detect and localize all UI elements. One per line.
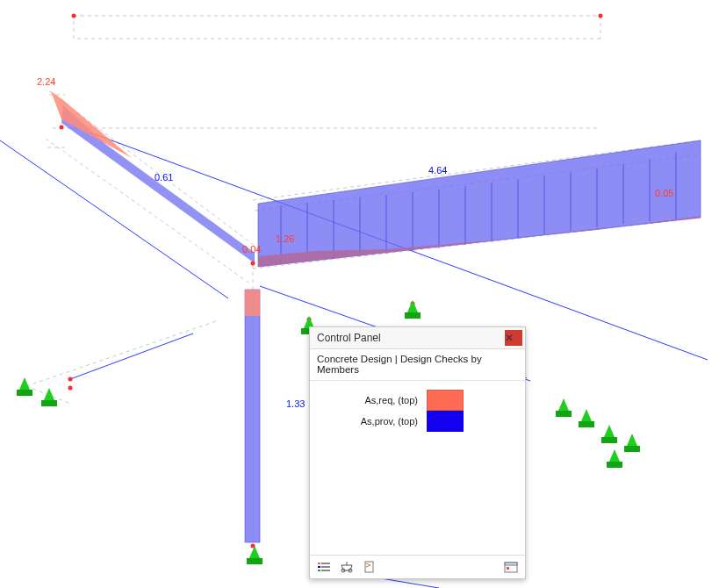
legend-label-prov: As,prov, (top) [361,416,418,427]
svg-marker-6 [258,140,701,267]
svg-marker-51 [604,425,615,437]
calendar-button[interactable] [500,557,521,577]
legend-row-req: As,req, (top) [319,390,516,411]
legend-row-prov: As,prov, (top) [319,411,516,432]
support [17,377,32,396]
support [405,300,421,319]
legend-label-req: As,req, (top) [364,395,418,405]
report-button[interactable] [359,557,380,577]
scale-button[interactable] [336,557,357,577]
svg-rect-40 [41,400,57,406]
svg-rect-38 [17,390,32,396]
panel-toolbar [310,555,525,578]
close-icon: ✕ [505,333,522,343]
svg-point-28 [72,14,76,18]
svg-marker-25 [51,91,132,158]
support [556,398,572,417]
svg-point-31 [251,262,255,266]
svg-marker-43 [407,300,418,312]
list-icon [318,562,330,572]
svg-marker-47 [558,398,569,411]
support [579,409,594,427]
control-panel[interactable]: Control Panel ✕ Concrete Design | Design… [309,326,526,579]
list-view-button[interactable] [313,557,334,577]
support [247,546,262,564]
legend-swatch-req [427,390,464,411]
svg-rect-59 [318,566,320,568]
panel-title-text: Control Panel [317,332,502,344]
svg-line-1 [0,140,228,298]
svg-point-30 [60,125,64,130]
svg-point-35 [68,377,73,382]
legend-swatch-prov [427,411,464,432]
document-icon [363,561,376,573]
svg-point-29 [599,14,603,18]
svg-rect-57 [318,563,320,564]
svg-marker-27 [245,290,260,316]
svg-marker-45 [249,546,260,558]
svg-rect-56 [607,462,622,468]
support [607,449,622,468]
svg-rect-54 [624,446,640,452]
svg-rect-52 [601,437,617,443]
svg-marker-39 [44,388,54,400]
svg-rect-44 [405,312,421,319]
panel-titlebar[interactable]: Control Panel ✕ [310,327,525,349]
svg-rect-69 [507,567,509,570]
svg-marker-55 [609,449,620,462]
panel-close-button[interactable]: ✕ [505,330,522,346]
svg-rect-50 [579,421,594,427]
support [624,434,640,452]
scale-icon [340,561,354,573]
svg-rect-60 [321,566,330,568]
support [601,425,617,443]
svg-rect-68 [505,563,517,565]
svg-rect-62 [321,570,330,571]
panel-subtitle: Concrete Design | Design Checks by Membe… [310,349,525,381]
svg-marker-49 [581,409,592,421]
svg-rect-58 [321,563,330,564]
calendar-icon [504,561,518,573]
svg-point-36 [68,386,73,391]
svg-rect-48 [556,411,572,417]
svg-line-2 [70,333,193,379]
svg-rect-61 [318,570,320,571]
svg-marker-26 [245,290,260,542]
svg-rect-46 [247,558,262,564]
svg-marker-53 [627,434,637,446]
panel-legend: As,req, (top) As,prov, (top) [310,381,525,555]
svg-marker-37 [19,377,30,390]
